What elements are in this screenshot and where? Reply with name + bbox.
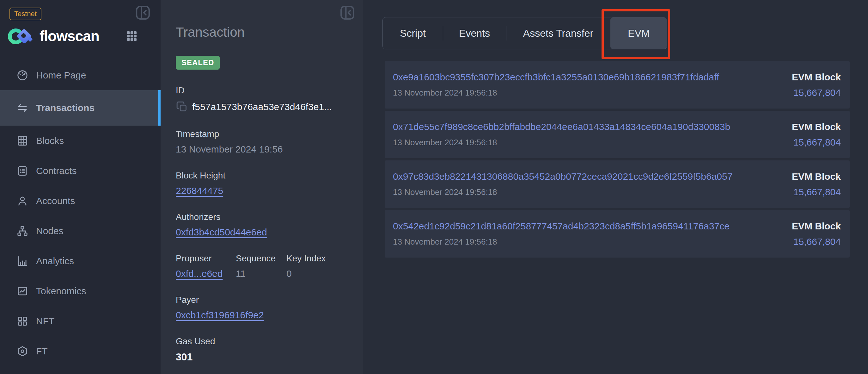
line-chart-icon <box>17 285 28 297</box>
transaction-id-value: f557a1573b76aa53e73d46f3e1... <box>192 102 332 112</box>
evm-block-label: EVM Block <box>792 72 841 83</box>
network-badge: Testnet <box>9 8 41 20</box>
main-content: Script Events Assets Transfer EVM 0xe9a1… <box>363 0 868 374</box>
payer-label: Payer <box>176 295 350 305</box>
evm-tx-timestamp: 13 November 2024 19:56:18 <box>393 237 730 247</box>
sidebar: Testnet flowscan <box>0 0 161 374</box>
authorizers-label: Authorizers <box>176 212 350 222</box>
tab-divider <box>443 26 443 40</box>
transaction-detail-panel: Transaction SEALED ID f557a1573b76aa53e7… <box>161 0 363 374</box>
speedometer-icon <box>17 69 28 81</box>
sequence-label: Sequence <box>236 254 286 264</box>
sequence-value: 11 <box>236 268 286 279</box>
timestamp-label: Timestamp <box>176 129 350 139</box>
evm-block-number-link[interactable]: 15,667,804 <box>794 137 841 148</box>
contract-document-icon <box>17 165 28 177</box>
evm-tx-hash-link[interactable]: 0x542ed1c92d59c21d81a60f258777457ad4b232… <box>393 221 730 232</box>
evm-block-label: EVM Block <box>792 171 841 182</box>
sidebar-nav: Home Page Transactions Blocks <box>0 60 161 366</box>
tab-evm[interactable]: EVM <box>610 18 667 49</box>
sidebar-item-tokenomics[interactable]: Tokenomics <box>0 276 161 306</box>
tab-divider <box>506 26 506 40</box>
evm-block-label: EVM Block <box>792 221 841 232</box>
payer-address-link[interactable]: 0xcb1cf3196916f9e2 <box>176 310 264 320</box>
table-row[interactable]: 0x97c83d3eb8221431306880a35452a0b0772cec… <box>385 161 850 208</box>
proposer-address-link[interactable]: 0xfd...e6ed <box>176 268 222 279</box>
collapse-panel-icon[interactable] <box>339 4 356 22</box>
sidebar-item-contracts[interactable]: Contracts <box>0 156 161 186</box>
sidebar-item-nft[interactable]: NFT <box>0 306 161 336</box>
four-squares-icon <box>17 315 28 327</box>
active-item-indicator <box>158 90 161 125</box>
evm-tx-hash-link[interactable]: 0x97c83d3eb8221431306880a35452a0b0772cec… <box>393 171 733 182</box>
evm-tx-hash-link[interactable]: 0x71de55c7f989c8ce6bb2bffabdbe2044ee6a01… <box>393 121 730 132</box>
key-index-value: 0 <box>286 268 326 279</box>
sidebar-item-analytics[interactable]: Analytics <box>0 246 161 276</box>
proposer-label: Proposer <box>176 254 236 264</box>
page-title: Transaction <box>176 25 350 40</box>
timestamp-value: 13 November 2024 19:56 <box>176 144 350 155</box>
evm-block-number-link[interactable]: 15,667,804 <box>794 87 841 98</box>
cube-icon <box>17 345 28 357</box>
evm-block-number-link[interactable]: 15,667,804 <box>794 187 841 197</box>
sidebar-item-accounts[interactable]: Accounts <box>0 186 161 216</box>
flowscan-logo[interactable] <box>8 26 34 46</box>
brand-name[interactable]: flowscan <box>39 28 99 45</box>
sidebar-item-label: Home Page <box>36 70 86 81</box>
evm-block-label: EVM Block <box>792 121 841 132</box>
tab-assets-transfer[interactable]: Assets Transfer <box>506 18 610 49</box>
sidebar-item-label: Contracts <box>36 166 76 176</box>
apps-grid-icon[interactable] <box>125 30 138 42</box>
evm-tx-timestamp: 13 November 2024 19:56:18 <box>393 88 719 98</box>
sidebar-item-blocks[interactable]: Blocks <box>0 125 161 156</box>
evm-tx-hash-link[interactable]: 0xe9a1603bc9355fc307b23eccfb3bfc1a3255a0… <box>393 72 719 83</box>
gas-used-value: 301 <box>176 351 350 363</box>
sidebar-item-label: Nodes <box>36 226 64 236</box>
block-height-label: Block Height <box>176 171 350 181</box>
gas-used-label: Gas Used <box>176 336 350 346</box>
authorizer-address-link[interactable]: 0xfd3b4cd50d44e6ed <box>176 227 267 237</box>
evm-transaction-list: 0xe9a1603bc9355fc307b23eccfb3bfc1a3255a0… <box>385 61 850 260</box>
sidebar-item-label: NFT <box>36 316 54 326</box>
bar-chart-icon <box>17 255 28 267</box>
sidebar-item-ft[interactable]: FT <box>0 336 161 366</box>
transfer-arrows-icon <box>17 102 28 114</box>
sidebar-item-transactions[interactable]: Transactions <box>0 90 161 125</box>
evm-tx-timestamp: 13 November 2024 19:56:18 <box>393 187 733 197</box>
status-badge: SEALED <box>176 56 220 69</box>
evm-tx-timestamp: 13 November 2024 19:56:18 <box>393 138 730 147</box>
id-label: ID <box>176 85 350 95</box>
person-icon <box>17 195 28 207</box>
sidebar-item-label: Transactions <box>36 103 94 113</box>
tab-script[interactable]: Script <box>383 18 443 49</box>
sidebar-item-nodes[interactable]: Nodes <box>0 216 161 246</box>
copy-icon[interactable] <box>176 100 188 113</box>
table-row[interactable]: 0xe9a1603bc9355fc307b23eccfb3bfc1a3255a0… <box>385 61 850 109</box>
sidebar-item-label: Blocks <box>36 136 64 146</box>
grid-table-icon <box>17 135 28 147</box>
evm-block-number-link[interactable]: 15,667,804 <box>794 236 841 247</box>
collapse-sidebar-icon[interactable] <box>134 4 152 22</box>
tab-bar: Script Events Assets Transfer EVM <box>382 17 667 49</box>
sidebar-item-home-page[interactable]: Home Page <box>0 60 161 90</box>
sidebar-item-label: Tokenomics <box>36 286 86 296</box>
table-row[interactable]: 0x71de55c7f989c8ce6bb2bffabdbe2044ee6a01… <box>385 111 850 158</box>
tab-events[interactable]: Events <box>443 18 506 49</box>
sidebar-item-label: Accounts <box>36 196 75 206</box>
sidebar-item-label: Analytics <box>36 256 74 266</box>
key-index-label: Key Index <box>286 254 326 264</box>
nodes-hierarchy-icon <box>17 225 28 237</box>
table-row[interactable]: 0x542ed1c92d59c21d81a60f258777457ad4b232… <box>385 210 850 258</box>
sidebar-item-label: FT <box>36 346 48 356</box>
block-height-link[interactable]: 226844475 <box>176 185 223 196</box>
